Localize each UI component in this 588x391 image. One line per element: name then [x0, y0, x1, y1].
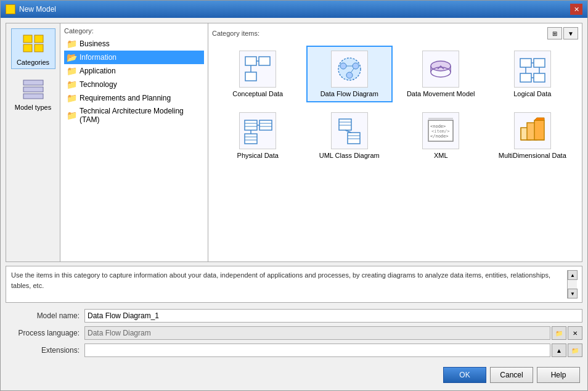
tree-item-technology[interactable]: 📁 Technology	[64, 78, 204, 91]
tree-item-technical-arch[interactable]: 📁 Technical Architecture Modeling (TAM)	[64, 105, 204, 126]
conceptual-data-label: Conceptual Data	[232, 90, 283, 97]
xml-icon: <node> <item/> </node>	[422, 112, 459, 149]
scroll-down-button[interactable]: ▼	[568, 289, 578, 298]
tree-label-business: Business	[80, 39, 110, 48]
model-name-row: Model name:	[6, 309, 582, 323]
svg-rect-25	[520, 73, 531, 82]
folder-icon-technical-arch: 📁	[67, 110, 77, 120]
extensions-input[interactable]	[84, 344, 550, 357]
tree-item-information[interactable]: 📂 Information Information	[64, 51, 204, 64]
grid-item-uml-class[interactable]: UML Class Diagram	[306, 107, 393, 164]
grid-item-multidimensional[interactable]: MultiDimensional Data	[489, 107, 576, 164]
svg-rect-3	[35, 44, 43, 52]
grid-item-logical-data[interactable]: Logical Data	[489, 46, 576, 102]
model-types-label: Model types	[15, 104, 51, 111]
close-button[interactable]: ✕	[570, 4, 582, 15]
grid-item-data-flow[interactable]: Data Flow Diagram	[306, 46, 393, 102]
scroll-up-button[interactable]: ▲	[568, 270, 578, 280]
tree-item-requirements[interactable]: 📁 Requirements and Planning	[64, 91, 204, 105]
title-bar: New Model ✕	[1, 1, 587, 18]
sidebar-item-categories[interactable]: Categories	[11, 28, 55, 69]
form-section: Model name: Process language: 📁 ✕ Extens…	[6, 307, 582, 360]
cancel-button[interactable]: Cancel	[490, 367, 533, 383]
svg-rect-6	[23, 94, 43, 99]
process-language-clear-button[interactable]: ✕	[568, 326, 582, 340]
svg-text:<node>: <node>	[430, 124, 446, 129]
title-text: New Model	[19, 5, 56, 14]
title-icon	[6, 4, 15, 14]
folder-icon-requirements: 📁	[67, 93, 77, 103]
svg-rect-4	[23, 80, 43, 85]
xml-label: XML	[434, 152, 448, 159]
svg-rect-34	[259, 120, 272, 130]
tree-label-technical-arch: Technical Architecture Modeling (TAM)	[80, 107, 202, 124]
svg-point-15	[353, 63, 359, 69]
multidimensional-icon	[514, 112, 551, 149]
physical-data-icon	[239, 112, 276, 149]
category-items-label: Category items: ⊞ ▼	[212, 27, 578, 39]
categories-icon	[21, 31, 46, 56]
tree-label-information: Information	[80, 53, 116, 62]
svg-rect-23	[520, 59, 531, 67]
multidimensional-label: MultiDimensional Data	[499, 152, 566, 159]
title-bar-left: New Model	[6, 4, 56, 14]
data-movement-icon	[422, 51, 459, 88]
extensions-label: Extensions:	[6, 346, 80, 355]
svg-point-16	[346, 72, 353, 78]
process-language-row: Process language: 📁 ✕	[6, 326, 582, 340]
description-section: Use the items in this category to captur…	[6, 266, 582, 303]
svg-rect-5	[23, 87, 43, 92]
grid-view-button[interactable]: ⊞	[547, 27, 562, 39]
dialog-body: Categories Model types Categor	[1, 18, 587, 390]
tree-item-application[interactable]: 📁 Application	[64, 64, 204, 78]
process-language-browse-button[interactable]: 📁	[552, 326, 566, 340]
svg-rect-26	[534, 73, 545, 82]
process-language-field: 📁 ✕	[84, 326, 582, 340]
svg-rect-37	[245, 134, 257, 144]
svg-rect-24	[534, 59, 545, 67]
svg-rect-2	[35, 35, 43, 43]
process-language-label: Process language:	[6, 329, 80, 337]
ok-button[interactable]: OK	[443, 367, 486, 383]
description-text: Use the items in this category to captur…	[11, 270, 567, 298]
folder-icon-business: 📁	[67, 39, 77, 49]
grid-item-data-movement[interactable]: Data Movement Model	[398, 46, 484, 102]
extensions-row: Extensions: ▲ 📁	[6, 344, 582, 357]
tree-label-technology: Technology	[80, 80, 117, 89]
footer-buttons: OK Cancel Help	[6, 363, 582, 385]
svg-rect-7	[245, 57, 256, 65]
help-button[interactable]: Help	[537, 367, 580, 383]
view-toggle: ⊞ ▼	[547, 27, 578, 39]
extensions-up-button[interactable]: ▲	[552, 344, 566, 357]
svg-rect-8	[259, 57, 270, 65]
sidebar-item-model-types[interactable]: Model types	[11, 74, 55, 113]
tree-item-business[interactable]: 📁 Business	[64, 37, 204, 51]
data-movement-label: Data Movement Model	[407, 90, 475, 97]
grid-item-conceptual-data[interactable]: Conceptual Data	[214, 46, 301, 102]
categories-label: Categories	[17, 59, 49, 66]
items-grid: Conceptual Data	[212, 43, 578, 167]
svg-rect-57	[534, 120, 544, 140]
top-section: Categories Model types Categor	[6, 23, 582, 262]
description-scrollbar: ▲ ▼	[567, 270, 577, 298]
svg-marker-60	[534, 118, 544, 120]
grid-item-physical-data[interactable]: Physical Data	[214, 107, 301, 164]
uml-class-label: UML Class Diagram	[319, 152, 380, 159]
svg-rect-42	[339, 119, 351, 130]
model-types-icon	[21, 76, 46, 101]
svg-rect-9	[245, 72, 256, 81]
extensions-field: ▲ 📁	[84, 344, 582, 357]
svg-rect-45	[348, 133, 360, 144]
dropdown-view-button[interactable]: ▼	[563, 27, 578, 39]
model-name-label: Model name:	[6, 311, 80, 320]
grid-item-xml[interactable]: <node> <item/> </node> XML	[398, 107, 484, 164]
model-name-input[interactable]	[84, 309, 582, 323]
folder-icon-information: 📂	[67, 52, 77, 62]
process-language-input	[84, 326, 550, 340]
svg-text:<item/>: <item/>	[431, 129, 450, 134]
extensions-browse-button[interactable]: 📁	[568, 344, 582, 357]
tree-label-requirements: Requirements and Planning	[80, 94, 171, 102]
svg-point-14	[340, 63, 346, 69]
category-label: Category:	[64, 27, 204, 35]
folder-icon-application: 📁	[67, 66, 77, 76]
